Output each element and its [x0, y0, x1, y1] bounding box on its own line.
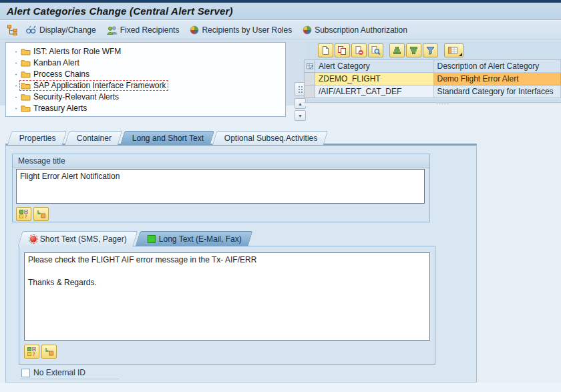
titlebar: Alert Categories Change (Central Alert S…	[0, 3, 561, 20]
column-header-description[interactable]: Description of Alert Category	[434, 60, 561, 73]
page-title: Alert Categories Change (Central Alert S…	[7, 5, 233, 17]
tab-label: Optional Subseq.Activities	[224, 134, 317, 143]
display-change-button[interactable]: Display/Change	[21, 24, 102, 36]
long-text-tools: ?	[24, 345, 57, 359]
cell-alert-category[interactable]: ZDEMO_FLIGHT	[315, 73, 434, 85]
arrow-up-icon: ▲	[298, 102, 303, 106]
tree-item-ist-alerts[interactable]: · IST: Alerts for Role WFM	[6, 45, 285, 57]
tab-optional-subseq-activities[interactable]: Optional Subseq.Activities	[212, 131, 329, 145]
tree-item-label: Kanban Alert	[33, 58, 79, 67]
message-title-input[interactable]: Flight Error Alert Notification	[16, 169, 425, 204]
tree-item-kanban-alert[interactable]: · Kanban Alert	[6, 57, 285, 68]
filter-icon	[425, 45, 435, 55]
category-tabstrip: Properties Container Long and Short Text…	[9, 131, 326, 144]
tree-item-label: Process Chains	[33, 69, 89, 79]
grid-toolbar	[318, 43, 463, 57]
green-led-icon	[148, 235, 156, 243]
arrow-down-icon: ▼	[298, 114, 303, 118]
folder-icon	[21, 93, 31, 101]
cell-description[interactable]: Standard Category for Interfaces	[434, 85, 561, 98]
tab-short-text[interactable]: Short Text (SMS, Pager)	[17, 231, 138, 246]
select-all-icon	[307, 63, 314, 70]
table-row[interactable]: /AIF/ALERT_CAT_DEF Standard Category for…	[305, 85, 561, 98]
fixed-recipients-button[interactable]: Fixed Recipients	[102, 24, 186, 36]
insert-expression-button[interactable]	[33, 207, 49, 221]
text-symbols-button[interactable]: ?	[16, 207, 31, 221]
tab-label: Container	[77, 134, 112, 143]
tree-item-label: Treasury Alerts	[33, 104, 87, 113]
tab-label: Long and Short Text	[132, 134, 204, 143]
tree-bullet: ·	[15, 92, 20, 102]
folder-icon	[21, 104, 31, 112]
svg-text:?: ?	[33, 351, 35, 357]
tree-item-label: IST: Alerts for Role WFM	[33, 47, 121, 56]
scroll-down-button[interactable]: ▼	[295, 110, 306, 121]
recipients-by-roles-button[interactable]: Recipients by User Roles	[185, 24, 298, 36]
tree-item-label: SAP Application Interface Framework	[33, 81, 166, 90]
select-all-button[interactable]	[305, 60, 315, 73]
table-row[interactable]: ZDEMO_FLIGHT Demo Flight Error Alert	[305, 73, 561, 85]
fixed-recipients-label: Fixed Recipients	[120, 25, 180, 35]
create-icon	[321, 45, 331, 55]
display-search-button[interactable]	[368, 43, 383, 57]
tab-container[interactable]: Container	[64, 131, 122, 145]
horizontal-splitter[interactable]: ·····	[304, 102, 561, 106]
row-selector[interactable]	[305, 85, 315, 98]
sort-ascending-button[interactable]	[389, 43, 405, 57]
sort-descending-icon	[409, 45, 419, 55]
pie-chart-icon	[190, 25, 199, 35]
display-change-label: Display/Change	[39, 25, 96, 35]
filter-button[interactable]	[423, 43, 438, 57]
table-header-row: Alert Category Description of Alert Cate…	[305, 60, 561, 73]
field-underline	[20, 379, 119, 379]
recipients-by-roles-label: Recipients by User Roles	[202, 25, 292, 35]
row-selector[interactable]	[305, 73, 315, 85]
create-button[interactable]	[318, 43, 333, 57]
sort-ascending-icon	[392, 45, 402, 55]
folder-icon	[21, 81, 31, 89]
no-external-id-row: No External ID	[21, 368, 85, 377]
tree-item-process-chains[interactable]: · Process Chains	[6, 68, 285, 79]
red-led-icon	[30, 236, 37, 242]
tree-item-treasury-alerts[interactable]: · Treasury Alerts	[6, 102, 285, 114]
tab-label: Long Text (E-Mail, Fax)	[159, 234, 242, 244]
tab-label: Properties	[19, 134, 56, 143]
message-title-tools: ?	[16, 207, 49, 221]
no-external-id-checkbox[interactable]	[21, 369, 30, 377]
table-settings-button[interactable]	[444, 43, 463, 57]
copy-icon	[337, 45, 347, 55]
text-symbols-button[interactable]: ?	[24, 345, 39, 359]
grip-dots-icon	[299, 86, 300, 87]
pie-chart-icon	[303, 25, 312, 35]
no-external-id-label: No External ID	[33, 368, 85, 377]
delete-button[interactable]	[351, 43, 367, 57]
hierarchy-button[interactable]	[4, 23, 21, 37]
insert-expression-icon	[36, 209, 46, 219]
sort-descending-button[interactable]	[406, 43, 421, 57]
cell-alert-category[interactable]: /AIF/ALERT_CAT_DEF	[315, 85, 434, 98]
text-symbols-icon: ?	[19, 209, 29, 219]
column-header-alert-category[interactable]: Alert Category	[315, 60, 434, 73]
tab-long-text[interactable]: Long Text (E-Mail, Fax)	[135, 231, 252, 246]
bottom-strip	[0, 383, 561, 392]
folder-icon	[21, 47, 31, 55]
long-text-input[interactable]: Please check the FLIGHT AIF error messag…	[24, 252, 430, 341]
cell-description[interactable]: Demo Flight Error Alert	[434, 73, 561, 85]
subscription-authorization-label: Subscription Authorization	[315, 25, 407, 35]
tree-item-label: Security-Relevant Alerts	[33, 92, 119, 102]
tree-bullet: ·	[15, 47, 20, 56]
hierarchy-icon	[7, 25, 18, 35]
tree-item-security-alerts[interactable]: · Security-Relevant Alerts	[6, 91, 285, 102]
subscription-authorization-button[interactable]: Subscription Authorization	[298, 24, 413, 36]
tree-bullet: ·	[15, 69, 20, 79]
tree-bullet: ·	[15, 58, 20, 67]
tab-long-and-short-text[interactable]: Long and Short Text	[120, 131, 215, 145]
tree-item-sap-aif[interactable]: · SAP Application Interface Framework	[6, 79, 285, 91]
insert-expression-button[interactable]	[41, 345, 57, 359]
display-search-icon	[371, 45, 381, 55]
folder-icon	[21, 70, 31, 78]
tab-properties[interactable]: Properties	[7, 131, 67, 145]
message-title-group-header: Message title	[13, 154, 429, 168]
copy-button[interactable]	[335, 43, 350, 57]
folder-icon	[21, 59, 31, 67]
